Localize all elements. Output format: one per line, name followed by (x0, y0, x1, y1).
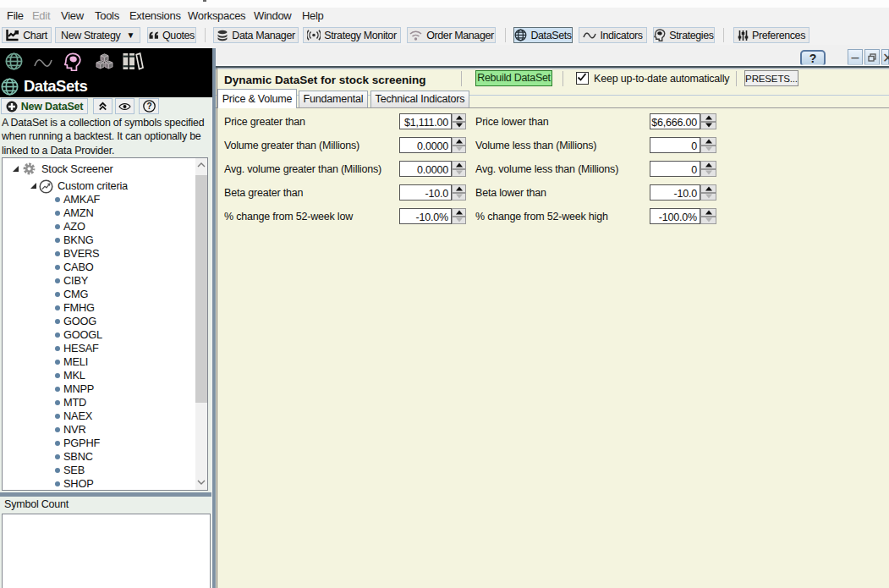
svg-text:?: ? (146, 102, 151, 111)
